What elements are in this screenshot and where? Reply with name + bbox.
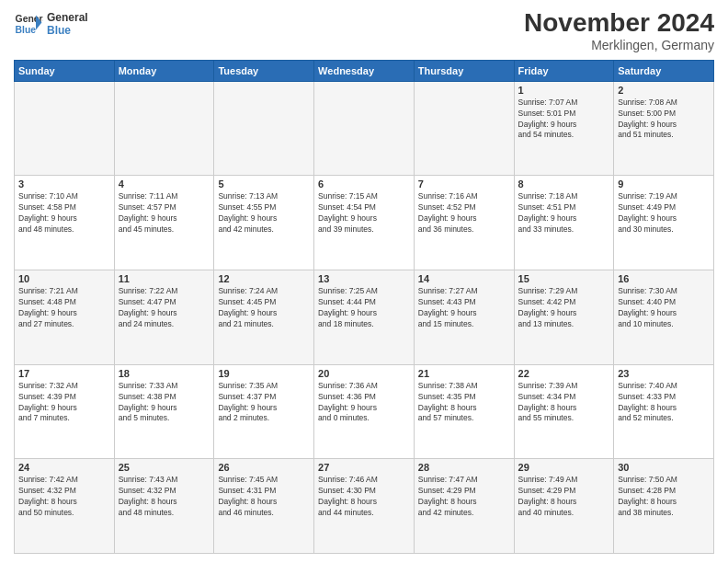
calendar-cell: 21Sunrise: 7:38 AM Sunset: 4:35 PM Dayli… (414, 364, 514, 459)
day-info: Sunrise: 7:19 AM Sunset: 4:49 PM Dayligh… (618, 191, 710, 236)
day-number: 12 (218, 273, 310, 284)
logo-general: General (47, 11, 88, 24)
day-number: 16 (618, 273, 710, 284)
day-info: Sunrise: 7:35 AM Sunset: 4:37 PM Dayligh… (218, 381, 310, 425)
day-info: Sunrise: 7:21 AM Sunset: 4:48 PM Dayligh… (18, 286, 110, 330)
day-number: 15 (518, 273, 610, 284)
calendar-cell: 9Sunrise: 7:19 AM Sunset: 4:49 PM Daylig… (614, 176, 714, 270)
calendar-week-row: 1Sunrise: 7:07 AM Sunset: 5:01 PM Daylig… (15, 81, 714, 176)
title-block: November 2024 Merklingen, Germany (524, 9, 714, 52)
day-number: 1 (518, 85, 610, 96)
calendar-week-row: 3Sunrise: 7:10 AM Sunset: 4:58 PM Daylig… (15, 176, 714, 270)
calendar-cell: 8Sunrise: 7:18 AM Sunset: 4:51 PM Daylig… (514, 176, 614, 270)
day-info: Sunrise: 7:32 AM Sunset: 4:39 PM Dayligh… (18, 381, 110, 425)
calendar-cell: 6Sunrise: 7:15 AM Sunset: 4:54 PM Daylig… (314, 176, 415, 270)
day-number: 2 (618, 85, 710, 96)
calendar-header-saturday: Saturday (614, 60, 714, 81)
calendar-week-row: 10Sunrise: 7:21 AM Sunset: 4:48 PM Dayli… (15, 270, 714, 365)
day-info: Sunrise: 7:16 AM Sunset: 4:52 PM Dayligh… (418, 191, 510, 236)
day-number: 11 (119, 273, 210, 284)
calendar-cell: 11Sunrise: 7:22 AM Sunset: 4:47 PM Dayli… (114, 270, 214, 365)
day-number: 28 (418, 462, 510, 473)
day-number: 7 (418, 178, 510, 190)
calendar-cell: 27Sunrise: 7:46 AM Sunset: 4:30 PM Dayli… (314, 459, 415, 554)
day-info: Sunrise: 7:33 AM Sunset: 4:38 PM Dayligh… (119, 381, 210, 425)
calendar-cell: 13Sunrise: 7:25 AM Sunset: 4:44 PM Dayli… (314, 270, 415, 365)
day-info: Sunrise: 7:40 AM Sunset: 4:33 PM Dayligh… (618, 381, 710, 425)
calendar-header-row: SundayMondayTuesdayWednesdayThursdayFrid… (15, 60, 714, 81)
day-info: Sunrise: 7:13 AM Sunset: 4:55 PM Dayligh… (218, 191, 310, 236)
day-info: Sunrise: 7:42 AM Sunset: 4:32 PM Dayligh… (18, 475, 110, 519)
calendar-cell: 1Sunrise: 7:07 AM Sunset: 5:01 PM Daylig… (514, 81, 614, 176)
day-info: Sunrise: 7:46 AM Sunset: 4:30 PM Dayligh… (318, 475, 410, 519)
day-info: Sunrise: 7:10 AM Sunset: 4:58 PM Dayligh… (18, 191, 110, 236)
day-info: Sunrise: 7:27 AM Sunset: 4:43 PM Dayligh… (418, 286, 510, 330)
day-number: 14 (418, 273, 510, 284)
day-info: Sunrise: 7:08 AM Sunset: 5:00 PM Dayligh… (618, 98, 710, 142)
header: General Blue General Blue November 2024 … (14, 9, 714, 52)
calendar-cell: 16Sunrise: 7:30 AM Sunset: 4:40 PM Dayli… (614, 270, 714, 365)
day-info: Sunrise: 7:24 AM Sunset: 4:45 PM Dayligh… (218, 286, 310, 330)
calendar-header-friday: Friday (514, 60, 614, 81)
day-number: 17 (18, 368, 110, 379)
day-number: 8 (518, 178, 610, 190)
day-number: 27 (318, 462, 410, 473)
day-number: 19 (218, 368, 310, 379)
calendar-week-row: 17Sunrise: 7:32 AM Sunset: 4:39 PM Dayli… (15, 364, 714, 459)
calendar-header-tuesday: Tuesday (214, 60, 314, 81)
calendar-cell: 20Sunrise: 7:36 AM Sunset: 4:36 PM Dayli… (314, 364, 415, 459)
calendar-cell: 19Sunrise: 7:35 AM Sunset: 4:37 PM Dayli… (214, 364, 314, 459)
day-info: Sunrise: 7:36 AM Sunset: 4:36 PM Dayligh… (318, 381, 410, 425)
day-info: Sunrise: 7:30 AM Sunset: 4:40 PM Dayligh… (618, 286, 710, 330)
calendar-cell: 29Sunrise: 7:49 AM Sunset: 4:29 PM Dayli… (514, 459, 614, 554)
calendar-cell: 18Sunrise: 7:33 AM Sunset: 4:38 PM Dayli… (114, 364, 214, 459)
calendar-cell: 15Sunrise: 7:29 AM Sunset: 4:42 PM Dayli… (514, 270, 614, 365)
day-info: Sunrise: 7:50 AM Sunset: 4:28 PM Dayligh… (618, 475, 710, 519)
day-info: Sunrise: 7:38 AM Sunset: 4:35 PM Dayligh… (418, 381, 510, 425)
location: Merklingen, Germany (524, 38, 714, 52)
day-number: 18 (119, 368, 210, 379)
day-info: Sunrise: 7:07 AM Sunset: 5:01 PM Dayligh… (518, 98, 610, 142)
day-info: Sunrise: 7:29 AM Sunset: 4:42 PM Dayligh… (518, 286, 610, 330)
day-number: 23 (618, 368, 710, 379)
calendar-cell: 23Sunrise: 7:40 AM Sunset: 4:33 PM Dayli… (614, 364, 714, 459)
day-number: 3 (18, 178, 110, 190)
day-number: 13 (318, 273, 410, 284)
calendar-cell: 12Sunrise: 7:24 AM Sunset: 4:45 PM Dayli… (214, 270, 314, 365)
day-number: 21 (418, 368, 510, 379)
day-number: 6 (318, 178, 410, 190)
day-number: 5 (218, 178, 310, 190)
day-info: Sunrise: 7:39 AM Sunset: 4:34 PM Dayligh… (518, 381, 610, 425)
day-info: Sunrise: 7:22 AM Sunset: 4:47 PM Dayligh… (119, 286, 210, 330)
calendar-cell (114, 81, 214, 176)
calendar-week-row: 24Sunrise: 7:42 AM Sunset: 4:32 PM Dayli… (15, 459, 714, 554)
calendar-cell: 7Sunrise: 7:16 AM Sunset: 4:52 PM Daylig… (414, 176, 514, 270)
calendar-header-thursday: Thursday (414, 60, 514, 81)
calendar-cell: 4Sunrise: 7:11 AM Sunset: 4:57 PM Daylig… (114, 176, 214, 270)
day-info: Sunrise: 7:18 AM Sunset: 4:51 PM Dayligh… (518, 191, 610, 236)
calendar-header-sunday: Sunday (15, 60, 115, 81)
calendar-cell: 26Sunrise: 7:45 AM Sunset: 4:31 PM Dayli… (214, 459, 314, 554)
calendar-cell: 3Sunrise: 7:10 AM Sunset: 4:58 PM Daylig… (15, 176, 115, 270)
day-info: Sunrise: 7:47 AM Sunset: 4:29 PM Dayligh… (418, 475, 510, 519)
month-title: November 2024 (524, 9, 714, 38)
day-number: 4 (119, 178, 210, 190)
calendar-cell (314, 81, 415, 176)
day-number: 26 (218, 462, 310, 473)
logo-blue: Blue (47, 24, 88, 37)
day-number: 20 (318, 368, 410, 379)
day-info: Sunrise: 7:43 AM Sunset: 4:32 PM Dayligh… (119, 475, 210, 519)
day-number: 10 (18, 273, 110, 284)
day-number: 29 (518, 462, 610, 473)
day-number: 24 (18, 462, 110, 473)
calendar-cell (15, 81, 115, 176)
day-info: Sunrise: 7:11 AM Sunset: 4:57 PM Dayligh… (119, 191, 210, 236)
logo-icon: General Blue (14, 9, 43, 39)
day-number: 25 (119, 462, 210, 473)
day-info: Sunrise: 7:49 AM Sunset: 4:29 PM Dayligh… (518, 475, 610, 519)
day-info: Sunrise: 7:25 AM Sunset: 4:44 PM Dayligh… (318, 286, 410, 330)
calendar-header-wednesday: Wednesday (314, 60, 415, 81)
calendar-cell: 5Sunrise: 7:13 AM Sunset: 4:55 PM Daylig… (214, 176, 314, 270)
day-number: 9 (618, 178, 710, 190)
calendar-cell: 17Sunrise: 7:32 AM Sunset: 4:39 PM Dayli… (15, 364, 115, 459)
